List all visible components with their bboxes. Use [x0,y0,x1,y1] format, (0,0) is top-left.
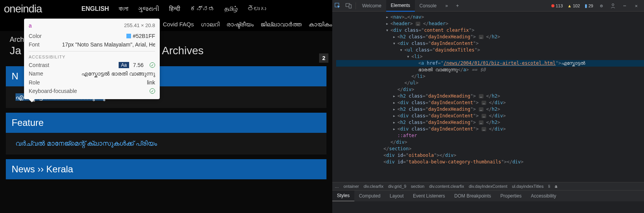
crumb[interactable]: a [555,184,557,189]
more-tabs-icon[interactable]: » [441,0,452,11]
styles-subtabs: StylesComputedLayoutEvent ListenersDOM B… [332,191,644,201]
language-item[interactable]: ಕನ್ನಡ [190,5,215,12]
devtools-tab[interactable]: Elements [386,0,415,12]
tree-line[interactable]: ▾<li> [336,53,644,60]
tooltip-role-label: Role [29,79,40,86]
logo-text: oneindia [4,3,42,15]
tree-line[interactable]: <a href="/news/2004/01/01/biz-airtel-esc… [336,60,644,67]
tree-line[interactable]: </li> [336,73,644,80]
tree-line[interactable]: ▾<div class="content clearfix"> [336,27,644,34]
tooltip-contrast-value: 7.56 [133,62,143,68]
info-badge[interactable]: ▮29 [583,3,595,9]
tree-line[interactable]: </section> [336,146,644,152]
tree-line[interactable]: ::after [336,132,644,139]
language-item[interactable]: বাংলা [119,5,128,12]
crumb[interactable]: div.grid_9 [388,184,406,189]
styles-subtab[interactable]: Computed [354,191,385,201]
language-item[interactable]: ENGLISH [81,5,109,12]
tooltip-color-value: #52B1FF [133,33,155,39]
svg-point-3 [612,3,614,5]
crumb[interactable]: div.dayIndexContent [469,184,507,189]
tree-line[interactable]: ▸<h2 class="dayIndexHeading"> … </h2> [336,119,644,126]
tooltip-font-label: Font [29,41,40,48]
tooltip-arrow-icon [29,99,35,102]
device-toolbar-icon[interactable] [343,0,354,11]
elements-tree[interactable]: ▸<nav>…</nav>▸<header> … </header>▾<div … [332,12,644,182]
subnav-item[interactable]: Covid FAQs [163,21,194,27]
subnav-item[interactable]: ഗാലറി [201,21,219,28]
tree-line[interactable]: ▸<div class="dayIndexContent"> … </div> [336,113,644,119]
tree-line[interactable]: ▸<nav>…</nav> [336,14,644,21]
tree-line[interactable]: </div> [336,86,644,93]
tree-line[interactable]: <div id="taboola-below-category-thumbnai… [336,159,644,165]
tooltip-name-label: Name [29,70,43,77]
tooltip-font-value: 17px "Noto Sans Malayalam", Arial, Helve… [62,41,155,48]
styles-subtab[interactable]: Layout [385,191,408,201]
news-link[interactable]: വർച്വൽ മാനേജ്മെന്റ് ക്ലാസുകൾക്ക് പ്രിയം [16,140,157,147]
devtools-tab[interactable]: Console [415,0,441,12]
tree-line[interactable]: ▸<h2 class="dayIndexHeading"> … </h2> [336,93,644,100]
subnav-item[interactable]: ജില്ലാവാർത്ത [261,21,302,28]
year-button[interactable]: 2 [319,53,328,63]
settings-icon[interactable]: ⚙ [596,0,607,11]
contrast-badge: Aa [119,62,129,68]
crumb[interactable]: li [548,184,550,189]
warnings-badge[interactable]: ▲102 [566,3,582,8]
language-list: ENGLISHবাংলাગુજરાતીहिन्दीಕನ್ನಡதமிழ்తెలుగ… [81,5,266,12]
check-icon: ✓ [150,88,155,94]
language-item[interactable]: हिन्दी [169,5,180,12]
styles-subtab[interactable]: Styles [332,191,354,201]
errors-badge[interactable]: 113 [549,3,565,8]
language-bar: oneindia ENGLISHবাংলাગુજરાતીहिन्दीಕನ್ನಡத… [0,0,332,17]
tree-line[interactable]: ▸<div class="dayIndexContent"> … </div> [336,126,644,132]
styles-subtab[interactable]: DOM Breakpoints [450,191,496,201]
devtools-topbar: WelcomeElementsConsole » + 113 ▲102 ▮29 … [332,0,644,12]
crumb-more[interactable]: … [335,184,339,189]
tooltip-kbd-label: Keyboard-focusable [29,88,77,94]
styles-subtab[interactable]: Event Listeners [408,191,450,201]
tooltip-tag: a [29,22,32,29]
crumb[interactable]: div.content.clearfix [429,184,464,189]
tree-line[interactable]: ▸<h2 class="dayIndexHeading"> … </h2> [336,34,644,40]
language-item[interactable]: తెలుగు [247,5,266,12]
devtools-tab[interactable]: Welcome [357,0,386,12]
tree-line[interactable]: ▸<div class="dayIndexContent"> … </div> [336,100,644,106]
language-item[interactable]: ગુજરાતી [138,5,159,12]
language-item[interactable]: தமிழ் [224,5,238,12]
tree-line[interactable]: ▸<h2 class="dayIndexHeading"> … </h2> [336,106,644,113]
crumb[interactable]: div.clearfix [364,184,383,189]
subnav-item[interactable]: രാഷ്ട്രീയം [226,21,254,28]
section-body: വർച്വൽ മാനേജ്മെന്റ് ക്ലാസുകൾക്ക് പ്രിയം [6,133,326,155]
crumb[interactable]: section [411,184,425,189]
tooltip-dimensions: 255.41 × 20.8 [124,22,155,29]
tree-line[interactable]: ▾<ul class="dayindexTitles"> [336,47,644,53]
styles-subtab[interactable]: Properties [496,191,527,201]
tooltip-name-value: എസ്കോട്ടൽ ഭാരതി വാങ്ങുന്നു [81,70,155,77]
tooltip-role-value: link [147,79,155,86]
page-title-prefix: Ja [10,45,21,57]
tree-line[interactable]: <div id="oitaboola"></div> [336,152,644,159]
svg-rect-2 [349,5,351,8]
page-title-suffix: s Archives [154,45,204,57]
tree-line[interactable]: </div> [336,139,644,146]
subnav-item[interactable]: കായികം [309,21,332,28]
breadcrumb-trail[interactable]: …ontainerdiv.clearfixdiv.grid_9sectiondi… [332,182,644,191]
add-tab-icon[interactable]: + [452,0,463,11]
tree-line[interactable]: ഭാരതി വാങ്ങുന്നു</a> == $0 [336,67,644,73]
crumb[interactable]: ul.dayindexTitles [512,184,544,189]
inspect-element-icon[interactable] [332,0,343,11]
kebab-icon[interactable]: ⋯ [619,0,630,11]
tree-line[interactable]: ▸<header> … </header> [336,21,644,27]
tooltip-accessibility-header: ACCESSIBILITY [29,51,155,59]
site-logo[interactable]: oneindia [4,3,81,15]
color-swatch-icon [126,34,131,38]
tree-line[interactable]: ▾<div class="dayIndexContent"> [336,40,644,47]
account-icon[interactable] [608,0,618,11]
styles-subtab[interactable]: Accessibility [526,191,561,201]
tree-line[interactable]: </ul> [336,80,644,86]
section-heading: Feature [6,113,326,133]
tooltip-color-label: Color [29,33,41,39]
close-icon[interactable]: ✕ [631,0,642,11]
section-heading: News ›› Kerala [6,159,326,179]
crumb[interactable]: ontainer [344,184,359,189]
